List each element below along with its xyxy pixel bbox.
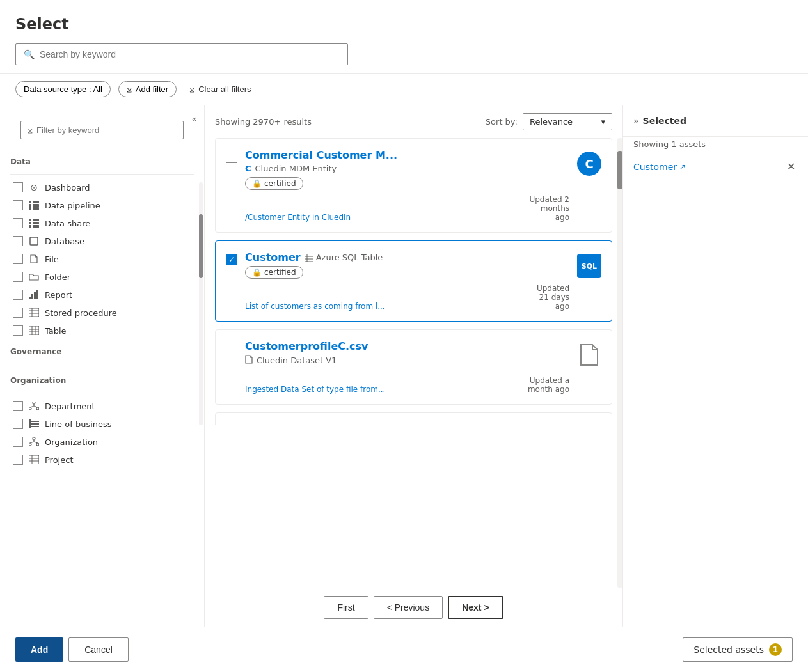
svg-point-38	[36, 443, 39, 446]
clear-filters-button[interactable]: ⧖ Clear all filters	[184, 82, 256, 97]
assets-list: Commercial Customer M... C Cluedin MDM E…	[205, 138, 622, 588]
sidebar-item-table[interactable]: Table	[10, 322, 194, 340]
asset-updated-1: Updated 2monthsago	[529, 195, 569, 222]
svg-rect-0	[29, 201, 31, 203]
dialog-footer: Add Cancel Selected assets 1	[0, 627, 808, 672]
asset-updated-2: Updated21 daysago	[537, 284, 569, 311]
next-page-button[interactable]: Next >	[448, 596, 503, 619]
certified-label-1: certified	[264, 179, 296, 188]
sidebar-label-project: Project	[45, 455, 73, 465]
checkbox-department[interactable]	[13, 401, 23, 411]
asset-checkbox-1[interactable]	[226, 152, 237, 163]
sort-section: Sort by: Relevance ▾	[486, 113, 612, 130]
prev-page-button[interactable]: < Previous	[374, 596, 443, 619]
sidebar-label-dashboard: Dashboard	[45, 183, 90, 192]
search-icon: 🔍	[24, 49, 35, 59]
selected-item-label-customer: Customer	[633, 162, 677, 172]
sidebar-item-organization[interactable]: Organization	[10, 433, 194, 451]
checkbox-table[interactable]	[13, 325, 23, 336]
sidebar-filter-input[interactable]	[36, 125, 177, 135]
checkbox-line-of-business[interactable]	[13, 419, 23, 429]
selected-assets-count-badge: 1	[769, 643, 782, 656]
line-of-business-icon	[28, 418, 40, 430]
svg-rect-11	[33, 225, 39, 228]
svg-point-37	[29, 443, 31, 446]
sidebar-item-file[interactable]: File	[10, 250, 194, 268]
sidebar-section-organization: Organization	[10, 368, 194, 389]
checkbox-dashboard[interactable]	[13, 182, 23, 192]
svg-rect-5	[33, 207, 39, 210]
dialog-title: Select	[15, 15, 793, 33]
checkbox-project[interactable]	[13, 455, 23, 465]
project-icon	[28, 454, 40, 465]
asset-card-1[interactable]: Commercial Customer M... C Cluedin MDM E…	[215, 138, 612, 233]
sidebar-item-department[interactable]: Department	[10, 397, 194, 415]
sidebar-item-folder[interactable]: Folder	[10, 268, 194, 286]
selected-item-link-customer[interactable]: Customer ↗	[633, 162, 686, 172]
sidebar-item-data-pipeline[interactable]: Data pipeline	[10, 196, 194, 214]
filter-label: Data source type : All	[24, 84, 102, 94]
checkbox-folder[interactable]	[13, 272, 23, 282]
asset-card-2[interactable]: Customer Azure SQL Table 🔒 certified Lis…	[215, 240, 612, 322]
report-icon	[28, 289, 40, 301]
asset-source-3: Cluedin Dataset V1	[245, 355, 569, 366]
sidebar-item-database[interactable]: Database	[10, 232, 194, 250]
pagination: First < Previous Next >	[205, 588, 622, 627]
checkbox-data-share[interactable]	[13, 218, 23, 228]
sidebar-item-dashboard[interactable]: ⊙ Dashboard	[10, 178, 194, 196]
sidebar-label-data-pipeline: Data pipeline	[45, 201, 100, 210]
checkbox-database[interactable]	[13, 236, 23, 246]
dialog-header: Select 🔍	[0, 0, 808, 74]
search-input[interactable]	[40, 49, 340, 59]
asset-title-2: Customer Azure SQL Table	[245, 251, 569, 263]
checkbox-organization[interactable]	[13, 437, 23, 447]
sort-label: Sort by:	[486, 117, 518, 127]
asset-checkbox-3[interactable]	[226, 343, 237, 354]
remove-selected-customer-button[interactable]: ✕	[784, 159, 798, 174]
main-content: ⧖ « Data ⊙ Dashboard	[0, 105, 808, 627]
sort-value: Relevance	[530, 117, 573, 127]
add-filter-button[interactable]: ⧖ Add filter	[118, 81, 177, 97]
sidebar-item-project[interactable]: Project	[10, 451, 194, 469]
svg-point-27	[29, 407, 31, 410]
svg-rect-21	[29, 326, 39, 335]
sidebar-item-stored-procedure[interactable]: Stored procedure	[10, 304, 194, 322]
selected-assets-label: Selected assets	[693, 645, 764, 655]
checkbox-report[interactable]	[13, 290, 23, 300]
collapse-sidebar-button[interactable]: «	[192, 114, 196, 123]
asset-source-1: C Cluedin MDM Entity	[245, 164, 569, 173]
center-scrollbar-thumb[interactable]	[617, 151, 622, 189]
file-icon	[28, 253, 40, 265]
asset-footer-3: Ingested Data Set of type file from... U…	[245, 376, 569, 394]
svg-line-30	[30, 406, 34, 407]
asset-logo-3	[577, 343, 601, 367]
svg-rect-17	[29, 308, 39, 317]
dashboard-icon: ⊙	[28, 182, 40, 193]
checkbox-stored-procedure[interactable]	[13, 308, 23, 318]
external-link-icon: ↗	[679, 162, 686, 171]
asset-card-3[interactable]: CustomerprofileC.csv Cluedin Dataset V1 …	[215, 329, 612, 405]
data-source-type-filter[interactable]: Data source type : All	[15, 81, 111, 97]
svg-line-40	[30, 442, 34, 443]
add-button[interactable]: Add	[15, 637, 63, 662]
checkbox-data-pipeline[interactable]	[13, 200, 23, 210]
svg-rect-10	[33, 222, 39, 224]
checkbox-file[interactable]	[13, 254, 23, 264]
sidebar-item-report[interactable]: Report	[10, 286, 194, 304]
asset-checkbox-2[interactable]	[226, 254, 237, 265]
sort-dropdown[interactable]: Relevance ▾	[523, 113, 612, 130]
first-page-button[interactable]: First	[324, 596, 368, 619]
sidebar-section-governance: Governance	[10, 340, 194, 360]
sidebar-item-data-share[interactable]: Data share	[10, 214, 194, 232]
divider-governance	[10, 364, 194, 364]
certified-icon-1: 🔒	[252, 179, 262, 188]
selected-assets-badge[interactable]: Selected assets 1	[683, 637, 793, 662]
cancel-button[interactable]: Cancel	[68, 637, 129, 662]
svg-rect-9	[33, 219, 39, 221]
dataset-source-icon	[245, 355, 253, 366]
sidebar-label-table: Table	[45, 326, 67, 336]
asset-info-3: CustomerprofileC.csv Cluedin Dataset V1 …	[245, 340, 569, 394]
clear-filters-label: Clear all filters	[198, 84, 251, 94]
asset-info-2: Customer Azure SQL Table 🔒 certified Lis…	[245, 251, 569, 311]
sidebar-item-line-of-business[interactable]: Line of business	[10, 415, 194, 433]
